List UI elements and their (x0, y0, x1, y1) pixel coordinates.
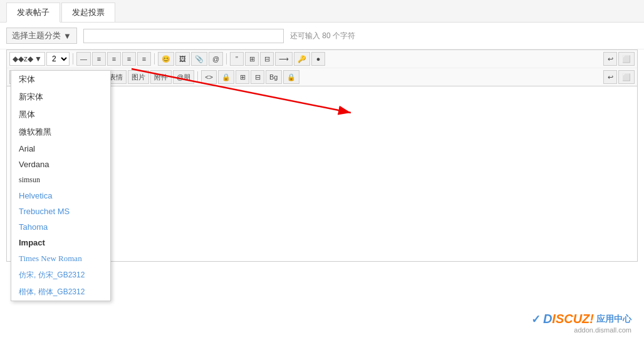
font-item-tahoma[interactable]: Tahoma (11, 219, 110, 235)
align-center-button[interactable]: ≡ (107, 52, 121, 66)
font-item-fangsong[interactable]: 仿宋, 仿宋_GB2312 (11, 267, 110, 284)
font-selector[interactable]: ◆◆z◆ ▼ (9, 52, 45, 66)
hr-button[interactable]: — (76, 52, 91, 66)
grid-icon: ⊞ (240, 73, 246, 81)
at-icon2: @朋 (177, 73, 190, 82)
align-left-icon: ≡ (97, 55, 101, 63)
font-item-xinsongti[interactable]: 新宋体 (11, 88, 110, 106)
hr-icon: — (80, 55, 87, 63)
grid2-icon: ⊟ (255, 73, 261, 81)
font-item-kaiti[interactable]: 楷体, 楷体_GB2312 (11, 284, 110, 301)
emoji-icon2: 表情 (109, 73, 123, 82)
font-dropdown: 宋体 新宋体 黑体 微软雅黑 Arial Verdana simsun Helv… (11, 70, 111, 301)
font-item-impact[interactable]: Impact (11, 235, 110, 250)
emoji-button[interactable]: 😊 (158, 52, 174, 66)
size-selector[interactable]: 2 1 3 4 5 6 7 (46, 52, 70, 66)
bg-button[interactable]: Bg (266, 70, 281, 84)
list-button[interactable]: ⊟ (260, 52, 274, 66)
at-button[interactable]: @ (209, 52, 223, 66)
lock-button[interactable]: 🔒 (218, 70, 234, 84)
img-icon2: 图片 (132, 73, 145, 82)
topic-input[interactable] (83, 29, 284, 43)
indent-icon: ⟶ (279, 55, 289, 63)
code-icon: <> (205, 73, 213, 81)
bullet-button[interactable]: ● (311, 52, 325, 66)
at-btn2[interactable]: @朋 (173, 70, 194, 84)
attach-icon: 📎 (195, 55, 204, 63)
logo-app-center: 应用中心 (596, 314, 631, 325)
chevron-down-icon: ▼ (63, 31, 71, 41)
fullscreen-button[interactable]: ⬜ (618, 52, 635, 66)
topic-row: 选择主题分类 ▼ 还可输入 80 个字符 (0, 23, 644, 49)
align-left-button[interactable]: ≡ (92, 52, 106, 66)
table-button[interactable]: ⊞ (245, 52, 259, 66)
tabs-bar: 发表帖子 发起投票 (0, 0, 644, 23)
topic-select-label: 选择主题分类 (12, 30, 61, 41)
key-button[interactable]: 🔑 (294, 52, 310, 66)
attach-button[interactable]: 📎 (191, 52, 207, 66)
logo-checkmark-icon: ✓ (531, 312, 541, 326)
image-button[interactable]: 🖼 (175, 52, 190, 66)
bottom-logo: ✓ DISCUZ! 应用中心 addon.dismall.com (531, 312, 631, 334)
indent-button[interactable]: ⟶ (275, 52, 293, 66)
justify-icon: ≡ (142, 55, 146, 63)
font-item-arial[interactable]: Arial (11, 141, 110, 157)
divider2 (154, 53, 155, 64)
lock-icon: 🔒 (222, 73, 231, 81)
attach-icon2: 附件 (154, 73, 168, 82)
divider5 (197, 71, 198, 83)
bullet-icon: ● (316, 55, 321, 63)
align-center-icon: ≡ (112, 55, 116, 63)
chevron-icon: ▼ (34, 54, 42, 63)
quote-icon: " (236, 55, 238, 63)
divider3 (226, 53, 227, 64)
list-icon: ⊟ (264, 55, 270, 63)
img-btn2[interactable]: 图片 (128, 70, 149, 84)
undo-icon: ↩ (608, 55, 613, 63)
align-right-button[interactable]: ≡ (122, 52, 136, 66)
grid2-button[interactable]: ⊟ (251, 70, 264, 84)
justify-button[interactable]: ≡ (137, 52, 151, 66)
font-item-verdana[interactable]: Verdana (11, 157, 110, 172)
emoji-icon: 😊 (162, 55, 170, 63)
undo-button[interactable]: ↩ (603, 52, 617, 66)
window-icon: ⬜ (622, 73, 631, 81)
font-item-helvetica[interactable]: Helvetica (11, 188, 110, 203)
image-icon: 🖼 (179, 55, 186, 63)
char-hint: 还可输入 80 个字符 (290, 31, 355, 41)
font-item-heiti[interactable]: 黑体 (11, 106, 110, 123)
tab-post[interactable]: 发表帖子 (6, 3, 60, 23)
window-button[interactable]: ⬜ (618, 70, 635, 84)
font-item-yahei[interactable]: 微软雅黑 (11, 123, 110, 141)
logo-brand: DISCUZ! (543, 312, 594, 326)
at-icon: @ (212, 55, 219, 63)
bg-icon: Bg (269, 73, 278, 81)
divider1 (73, 53, 73, 64)
topic-select[interactable]: 选择主题分类 ▼ (6, 28, 77, 44)
font-item-simsun[interactable]: simsun (11, 172, 110, 188)
lock2-icon: 🔒 (287, 73, 296, 81)
redo-button[interactable]: ↩ (603, 70, 617, 84)
key-icon: 🔑 (298, 55, 306, 63)
lock2-button[interactable]: 🔒 (283, 70, 299, 84)
code-button[interactable]: <> (201, 70, 217, 84)
tab-vote[interactable]: 发起投票 (61, 3, 115, 22)
table-icon: ⊞ (249, 55, 255, 63)
font-item-songti[interactable]: 宋体 (11, 71, 110, 88)
grid-button[interactable]: ⊞ (236, 70, 249, 84)
redo-icon: ↩ (608, 73, 613, 81)
page-container: 发表帖子 发起投票 选择主题分类 ▼ 还可输入 80 个字符 宋体 新宋体 黑体… (0, 0, 644, 340)
attach-btn2[interactable]: 附件 (150, 70, 172, 84)
font-item-times[interactable]: Times New Roman (11, 250, 110, 267)
logo-subtitle: addon.dismall.com (574, 326, 631, 334)
font-selector-icons: ◆◆z◆ (13, 54, 33, 63)
quote-button[interactable]: " (230, 52, 244, 66)
align-right-icon: ≡ (127, 55, 131, 63)
toolbar-row1: ◆◆z◆ ▼ 2 1 3 4 5 6 7 — ≡ ≡ ≡ ≡ 😊 🖼 📎 @ (7, 50, 637, 68)
font-item-trebuchet[interactable]: Trebuchet MS (11, 203, 110, 219)
fullscreen-icon: ⬜ (622, 55, 631, 63)
toolbar-container: 宋体 新宋体 黑体 微软雅黑 Arial Verdana simsun Helv… (6, 49, 638, 86)
